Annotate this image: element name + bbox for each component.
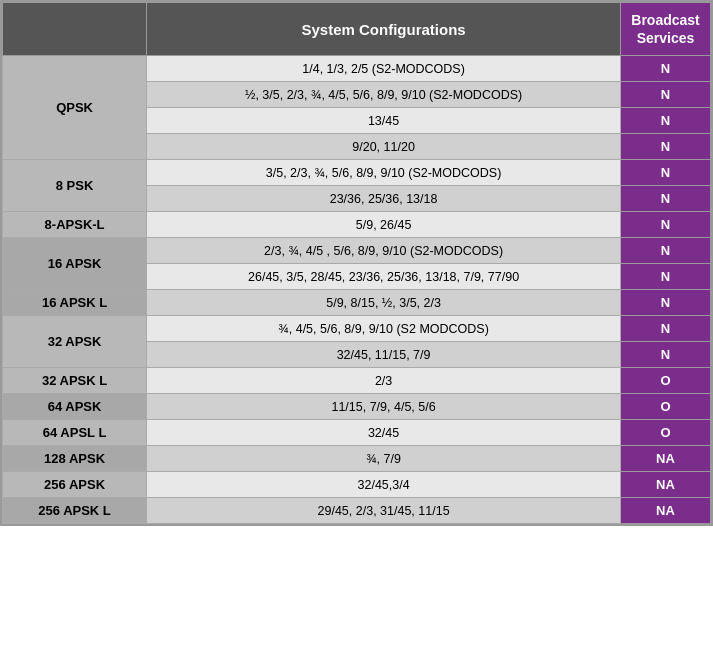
table-row: 64 APSK11/15, 7/9, 4/5, 5/6O xyxy=(3,394,711,420)
table-row: 16 APSK L5/9, 8/15, ½, 3/5, 2/3N xyxy=(3,290,711,316)
broadcast-cell: N xyxy=(621,264,711,290)
modulation-cell: 32 APSK L xyxy=(3,368,147,394)
main-table-wrapper: System Configurations BroadcastServices … xyxy=(0,0,713,526)
broadcast-cell: N xyxy=(621,342,711,368)
config-cell: 32/45 xyxy=(147,420,621,446)
broadcast-cell: N xyxy=(621,82,711,108)
config-cell: 5/9, 8/15, ½, 3/5, 2/3 xyxy=(147,290,621,316)
modulation-cell: 16 APSK xyxy=(3,238,147,290)
config-cell: 32/45,3/4 xyxy=(147,472,621,498)
broadcast-cell: N xyxy=(621,290,711,316)
broadcast-cell: O xyxy=(621,368,711,394)
broadcast-cell: NA xyxy=(621,446,711,472)
config-cell: 3/5, 2/3, ¾, 5/6, 8/9, 9/10 (S2-MODCODS) xyxy=(147,160,621,186)
modulation-cell: 64 APSK xyxy=(3,394,147,420)
config-cell: ¾, 4/5, 5/6, 8/9, 9/10 (S2 MODCODS) xyxy=(147,316,621,342)
modulation-cell: QPSK xyxy=(3,56,147,160)
config-cell: 29/45, 2/3, 31/45, 11/15 xyxy=(147,498,621,524)
table-row: QPSK1/4, 1/3, 2/5 (S2-MODCODS)N xyxy=(3,56,711,82)
header-system-configurations: System Configurations xyxy=(147,3,621,56)
modulation-cell: 128 APSK xyxy=(3,446,147,472)
table-row: 64 APSL L32/45O xyxy=(3,420,711,446)
broadcast-cell: N xyxy=(621,108,711,134)
config-cell: 9/20, 11/20 xyxy=(147,134,621,160)
table-row: 8-APSK-L5/9, 26/45N xyxy=(3,212,711,238)
modulation-cell: 256 APSK L xyxy=(3,498,147,524)
config-cell: 5/9, 26/45 xyxy=(147,212,621,238)
broadcast-cell: N xyxy=(621,238,711,264)
broadcast-cell: N xyxy=(621,160,711,186)
broadcast-cell: N xyxy=(621,186,711,212)
config-cell: 2/3, ¾, 4/5 , 5/6, 8/9, 9/10 (S2-MODCODS… xyxy=(147,238,621,264)
table-row: 16 APSK2/3, ¾, 4/5 , 5/6, 8/9, 9/10 (S2-… xyxy=(3,238,711,264)
config-cell: 23/36, 25/36, 13/18 xyxy=(147,186,621,212)
modulation-cell: 8 PSK xyxy=(3,160,147,212)
table-row: 256 APSK L29/45, 2/3, 31/45, 11/15NA xyxy=(3,498,711,524)
header-broadcast-services: BroadcastServices xyxy=(621,3,711,56)
table-row: 32 APSK¾, 4/5, 5/6, 8/9, 9/10 (S2 MODCOD… xyxy=(3,316,711,342)
config-cell: 2/3 xyxy=(147,368,621,394)
table-row: 32 APSK L2/3O xyxy=(3,368,711,394)
config-cell: 11/15, 7/9, 4/5, 5/6 xyxy=(147,394,621,420)
config-cell: 32/45, 11/15, 7/9 xyxy=(147,342,621,368)
config-cell: 1/4, 1/3, 2/5 (S2-MODCODS) xyxy=(147,56,621,82)
config-cell: 13/45 xyxy=(147,108,621,134)
config-cell: 26/45, 3/5, 28/45, 23/36, 25/36, 13/18, … xyxy=(147,264,621,290)
broadcast-cell: O xyxy=(621,420,711,446)
broadcast-cell: NA xyxy=(621,498,711,524)
table-row: 8 PSK3/5, 2/3, ¾, 5/6, 8/9, 9/10 (S2-MOD… xyxy=(3,160,711,186)
modulation-cell: 16 APSK L xyxy=(3,290,147,316)
broadcast-cell: N xyxy=(621,134,711,160)
modulation-cell: 256 APSK xyxy=(3,472,147,498)
modulation-cell: 64 APSL L xyxy=(3,420,147,446)
table-row: 256 APSK32/45,3/4NA xyxy=(3,472,711,498)
table-row: 128 APSK¾, 7/9NA xyxy=(3,446,711,472)
header-empty xyxy=(3,3,147,56)
modulation-cell: 8-APSK-L xyxy=(3,212,147,238)
broadcast-cell: N xyxy=(621,316,711,342)
modulation-cell: 32 APSK xyxy=(3,316,147,368)
broadcast-cell: NA xyxy=(621,472,711,498)
broadcast-cell: N xyxy=(621,56,711,82)
configurations-table: System Configurations BroadcastServices … xyxy=(2,2,711,524)
broadcast-cell: N xyxy=(621,212,711,238)
config-cell: ¾, 7/9 xyxy=(147,446,621,472)
config-cell: ½, 3/5, 2/3, ¾, 4/5, 5/6, 8/9, 9/10 (S2-… xyxy=(147,82,621,108)
broadcast-cell: O xyxy=(621,394,711,420)
